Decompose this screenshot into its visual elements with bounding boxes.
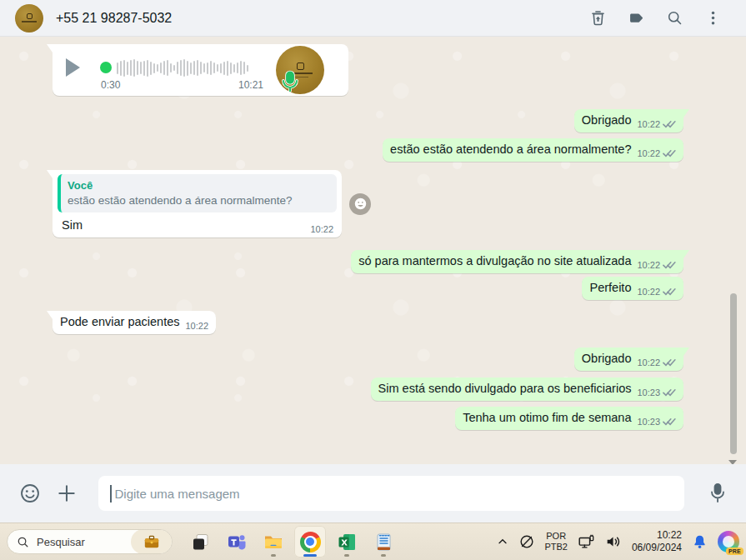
message-time: 10:22 bbox=[637, 358, 660, 368]
double-check-icon bbox=[663, 288, 676, 296]
message-bubble[interactable]: Perfeito 10:22 bbox=[582, 277, 683, 300]
message-time: 10:22 bbox=[310, 224, 333, 234]
delete-chat-icon[interactable] bbox=[588, 9, 607, 28]
double-check-icon bbox=[663, 120, 676, 128]
task-view-icon bbox=[190, 532, 211, 552]
voice-waveform[interactable] bbox=[117, 54, 253, 82]
search-placeholder: Pesquisar bbox=[37, 536, 85, 548]
double-check-icon bbox=[663, 358, 676, 367]
emoji-picker-icon[interactable] bbox=[18, 482, 42, 505]
notification-bell-icon[interactable] bbox=[691, 533, 708, 551]
network-icon[interactable] bbox=[577, 532, 595, 551]
message-bubble[interactable]: Obrigado 10:22 bbox=[574, 109, 683, 132]
message-text: Obrigado bbox=[582, 352, 632, 365]
teams-icon bbox=[226, 531, 248, 552]
message-time: 10:23 bbox=[637, 388, 660, 398]
message-text: estão estão atendendo a área normalmente… bbox=[390, 142, 631, 156]
message-time: 10:23 bbox=[637, 417, 660, 427]
text-cursor bbox=[110, 485, 112, 502]
whatsapp-web-window: +55 21 98287-5032 bbox=[0, 0, 746, 560]
voice-message-bubble[interactable]: 0:30 10:21 bbox=[53, 44, 348, 96]
onedrive-paused-icon[interactable] bbox=[518, 533, 535, 550]
briefcase-icon bbox=[143, 533, 161, 550]
message-time: 10:22 bbox=[637, 148, 660, 158]
tray-date: 06/09/2024 bbox=[632, 542, 682, 554]
message-text: Tenha um otimo fim de semana bbox=[463, 411, 631, 424]
avatar-logo-line bbox=[22, 21, 37, 22]
keyboard-layout-code: PTB2 bbox=[544, 542, 568, 552]
chat-header: +55 21 98287-5032 bbox=[0, 0, 746, 37]
excel-app-button[interactable] bbox=[331, 526, 363, 558]
message-input[interactable]: Digite uma mensagem bbox=[98, 476, 684, 511]
folder-icon bbox=[263, 531, 284, 552]
double-check-icon bbox=[663, 149, 676, 158]
search-icon[interactable] bbox=[665, 9, 683, 28]
double-check-icon bbox=[663, 418, 676, 426]
voice-time: 10:21 bbox=[238, 79, 263, 91]
scrollbar-thumb[interactable] bbox=[730, 293, 737, 454]
avatar-crest bbox=[27, 13, 33, 19]
message-bubble[interactable]: Você estão estão atendendo a área normal… bbox=[53, 170, 342, 238]
message-text: só para mantermos a divulgação no site a… bbox=[358, 254, 631, 268]
language-indicator[interactable]: POR PTB2 bbox=[544, 531, 568, 552]
message-bubble[interactable]: Sim está sendo divulgado para os benefic… bbox=[371, 378, 683, 401]
react-emoji-button[interactable] bbox=[349, 193, 371, 215]
quote-text: estão estão atendendo a área normalmente… bbox=[68, 194, 328, 207]
file-explorer-button[interactable] bbox=[258, 526, 289, 558]
message-input-placeholder: Digite uma mensagem bbox=[115, 487, 240, 501]
search-highlight-image[interactable] bbox=[131, 529, 172, 554]
teams-app-button[interactable] bbox=[221, 526, 253, 558]
message-text: Pode enviar pacientes bbox=[60, 315, 180, 328]
play-icon[interactable] bbox=[66, 58, 80, 77]
quoted-message[interactable]: Você estão estão atendendo a área normal… bbox=[58, 174, 337, 212]
double-check-icon bbox=[663, 261, 676, 269]
attach-plus-icon[interactable] bbox=[55, 482, 78, 505]
message-time: 10:22 bbox=[637, 260, 660, 270]
double-check-icon bbox=[663, 388, 676, 397]
notepad-icon bbox=[373, 532, 394, 552]
avatar-crest bbox=[297, 62, 304, 70]
message-bubble[interactable]: Obrigado 10:22 bbox=[574, 348, 683, 371]
clock-date-display[interactable]: 10:22 06/09/2024 bbox=[632, 529, 682, 554]
label-icon[interactable] bbox=[627, 9, 645, 28]
message-composer: Digite uma mensagem bbox=[0, 464, 746, 522]
task-view-button[interactable] bbox=[184, 526, 216, 558]
menu-kebab-icon[interactable] bbox=[703, 9, 722, 28]
windows-taskbar: Pesquisar bbox=[0, 522, 746, 560]
copilot-icon[interactable]: PRE bbox=[718, 531, 739, 552]
excel-icon bbox=[337, 532, 358, 552]
message-text: Perfeito bbox=[589, 281, 631, 294]
message-bubble[interactable]: Tenha um otimo fim de semana 10:23 bbox=[455, 407, 683, 430]
message-bubble[interactable]: Pode enviar pacientes 10:22 bbox=[53, 311, 216, 334]
contact-avatar[interactable] bbox=[15, 4, 43, 32]
language-code: POR bbox=[544, 531, 568, 542]
message-time: 10:22 bbox=[637, 287, 660, 297]
chat-message-area: 0:30 10:21 Obrigado 10:22 bbox=[0, 37, 746, 464]
chrome-app-button[interactable] bbox=[294, 526, 326, 558]
voice-duration: 0:30 bbox=[101, 79, 120, 91]
message-text: Sim bbox=[62, 218, 83, 232]
voice-record-mic-icon[interactable] bbox=[706, 482, 729, 505]
mic-status-icon bbox=[279, 70, 301, 98]
message-bubble[interactable]: estão estão atendendo a área normalmente… bbox=[383, 138, 683, 162]
contact-phone-title[interactable]: +55 21 98287-5032 bbox=[56, 11, 172, 26]
message-text: Obrigado bbox=[582, 113, 632, 127]
message-time: 10:22 bbox=[186, 321, 209, 331]
playhead-dot[interactable] bbox=[100, 62, 112, 73]
chrome-icon bbox=[300, 532, 321, 552]
tray-time: 10:22 bbox=[632, 529, 682, 542]
taskbar-search-box[interactable]: Pesquisar bbox=[7, 529, 173, 554]
copilot-preview-badge: PRE bbox=[726, 548, 743, 555]
notepad-app-button[interactable] bbox=[368, 526, 399, 558]
message-text: Sim está sendo divulgado para os benefic… bbox=[378, 382, 632, 395]
quote-author: Você bbox=[68, 179, 328, 192]
volume-icon[interactable] bbox=[604, 532, 623, 551]
tray-chevron-up-icon[interactable] bbox=[496, 535, 509, 548]
message-time: 10:22 bbox=[637, 119, 660, 129]
message-bubble[interactable]: só para mantermos a divulgação no site a… bbox=[351, 250, 683, 273]
search-icon bbox=[17, 536, 29, 548]
